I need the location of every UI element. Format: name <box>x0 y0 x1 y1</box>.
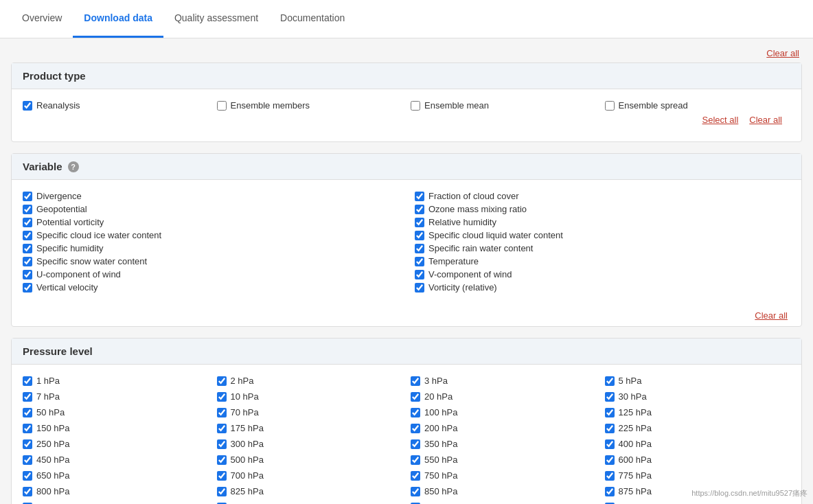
variable-right-checkbox-3[interactable] <box>415 231 424 240</box>
pressure-checkbox-0[interactable] <box>23 376 32 386</box>
variable-left-label-4: Specific humidity <box>36 243 104 253</box>
variable-left-checkbox-7[interactable] <box>23 283 32 293</box>
pressure-level-section: Pressure level 1 hPa2 hPa3 hPa5 hPa7 hPa… <box>11 338 802 504</box>
variable-right-checkbox-1[interactable] <box>415 205 424 214</box>
pressure-checkbox-13[interactable] <box>217 424 227 433</box>
pressure-checkbox-3[interactable] <box>605 376 615 386</box>
pressure-checkbox-8[interactable] <box>23 408 32 417</box>
variable-left-checkbox-3[interactable] <box>23 231 32 240</box>
pressure-checkbox-19[interactable] <box>605 439 615 449</box>
pressure-checkbox-16[interactable] <box>23 439 32 449</box>
variable-right-checkbox-0[interactable] <box>415 192 424 201</box>
variable-left-column: DivergenceGeopotentialPotential vorticit… <box>23 191 398 295</box>
pressure-label-5: 10 hPa <box>231 391 259 402</box>
pressure-option-14: 200 hPa <box>411 423 597 433</box>
pressure-option-30: 850 hPa <box>411 486 597 496</box>
product-type-section: Product type ReanalysisEnsemble membersE… <box>11 62 802 142</box>
variable-right-checkbox-4[interactable] <box>415 244 424 253</box>
variable-left-checkbox-2[interactable] <box>23 218 32 227</box>
pressure-checkbox-5[interactable] <box>217 392 227 402</box>
variable-help-icon[interactable]: ? <box>68 161 79 172</box>
variable-left-checkbox-0[interactable] <box>23 192 32 201</box>
variable-right-option-0: Fraction of cloud cover <box>415 191 790 201</box>
variable-right-checkbox-6[interactable] <box>415 270 424 279</box>
tab-documentation[interactable]: Documentation <box>269 0 356 38</box>
product-type-checkbox-3[interactable] <box>605 101 615 111</box>
pressure-checkbox-18[interactable] <box>411 439 420 449</box>
product-type-checkbox-0[interactable] <box>23 101 32 111</box>
pressure-checkbox-14[interactable] <box>411 424 420 433</box>
global-clear-all-button[interactable]: Clear all <box>764 48 802 58</box>
pressure-checkbox-20[interactable] <box>23 455 32 465</box>
variable-clear-all-button[interactable]: Clear all <box>752 310 790 321</box>
variable-left-checkbox-1[interactable] <box>23 205 32 214</box>
pressure-checkbox-28[interactable] <box>23 487 32 496</box>
variable-right-option-4: Specific rain water content <box>415 243 790 253</box>
variable-footer: Clear all <box>12 306 801 326</box>
pressure-checkbox-27[interactable] <box>605 471 615 481</box>
variable-right-label-7: Vorticity (relative) <box>428 282 497 293</box>
pressure-checkbox-9[interactable] <box>217 408 227 417</box>
pressure-label-19: 400 hPa <box>619 439 652 449</box>
pressure-option-12: 150 hPa <box>23 423 209 433</box>
product-type-label-3: Ensemble spread <box>619 100 688 111</box>
top-navigation: OverviewDownload dataQuality assessmentD… <box>0 0 813 38</box>
pressure-checkbox-15[interactable] <box>605 424 615 433</box>
pressure-option-23: 600 hPa <box>605 455 791 465</box>
pressure-checkbox-31[interactable] <box>605 487 615 496</box>
pressure-option-17: 300 hPa <box>217 439 403 449</box>
product-type-select-all-button[interactable]: Select all <box>700 115 742 125</box>
pressure-checkbox-25[interactable] <box>217 471 227 481</box>
pressure-option-13: 175 hPa <box>217 423 403 433</box>
pressure-checkbox-11[interactable] <box>605 408 615 417</box>
tab-quality-assessment[interactable]: Quality assessment <box>163 0 269 38</box>
product-type-checkbox-1[interactable] <box>217 101 227 111</box>
variable-right-checkbox-5[interactable] <box>415 257 424 266</box>
variable-right-checkbox-7[interactable] <box>415 283 424 293</box>
variable-right-option-6: V-component of wind <box>415 269 790 279</box>
pressure-options: 1 hPa2 hPa3 hPa5 hPa7 hPa10 hPa20 hPa30 … <box>23 376 790 504</box>
pressure-option-27: 775 hPa <box>605 470 791 481</box>
pressure-checkbox-29[interactable] <box>217 487 227 496</box>
pressure-option-6: 20 hPa <box>411 391 597 402</box>
pressure-option-21: 500 hPa <box>217 455 403 465</box>
pressure-label-13: 175 hPa <box>231 423 264 433</box>
pressure-checkbox-4[interactable] <box>23 392 32 402</box>
pressure-label-23: 600 hPa <box>619 455 652 465</box>
product-type-clear-all-button[interactable]: Clear all <box>746 115 785 125</box>
variable-left-checkbox-6[interactable] <box>23 270 32 279</box>
pressure-label-3: 5 hPa <box>619 376 642 386</box>
pressure-checkbox-7[interactable] <box>605 392 615 402</box>
pressure-level-header: Pressure level <box>12 339 801 365</box>
variable-left-checkbox-4[interactable] <box>23 244 32 253</box>
pressure-checkbox-10[interactable] <box>411 408 420 417</box>
tab-overview[interactable]: Overview <box>11 0 73 38</box>
variable-left-label-1: Geopotential <box>36 204 87 214</box>
tab-download-data[interactable]: Download data <box>73 0 163 38</box>
pressure-checkbox-23[interactable] <box>605 455 615 465</box>
pressure-checkbox-17[interactable] <box>217 439 227 449</box>
pressure-checkbox-22[interactable] <box>411 455 420 465</box>
variable-left-label-5: Specific snow water content <box>36 256 147 266</box>
pressure-checkbox-24[interactable] <box>23 471 32 481</box>
pressure-checkbox-2[interactable] <box>411 376 420 386</box>
variable-title: Variable <box>23 161 62 172</box>
pressure-label-0: 1 hPa <box>36 376 60 386</box>
pressure-label-29: 825 hPa <box>231 486 264 496</box>
variable-left-option-1: Geopotential <box>23 204 398 214</box>
pressure-checkbox-21[interactable] <box>217 455 227 465</box>
variable-right-checkbox-2[interactable] <box>415 218 424 227</box>
pressure-checkbox-12[interactable] <box>23 424 32 433</box>
product-type-checkbox-2[interactable] <box>411 101 420 111</box>
pressure-option-28: 800 hPa <box>23 486 209 496</box>
pressure-label-11: 125 hPa <box>619 407 652 417</box>
pressure-checkbox-26[interactable] <box>411 471 420 481</box>
pressure-label-17: 300 hPa <box>231 439 264 449</box>
pressure-checkbox-1[interactable] <box>217 376 227 386</box>
pressure-checkbox-30[interactable] <box>411 487 420 496</box>
watermark: https://blog.csdn.net/mitu9527痛疼 <box>691 488 808 499</box>
variable-left-checkbox-5[interactable] <box>23 257 32 266</box>
variable-right-option-3: Specific cloud liquid water content <box>415 230 790 240</box>
pressure-checkbox-6[interactable] <box>411 392 420 402</box>
pressure-label-6: 20 hPa <box>424 391 453 402</box>
